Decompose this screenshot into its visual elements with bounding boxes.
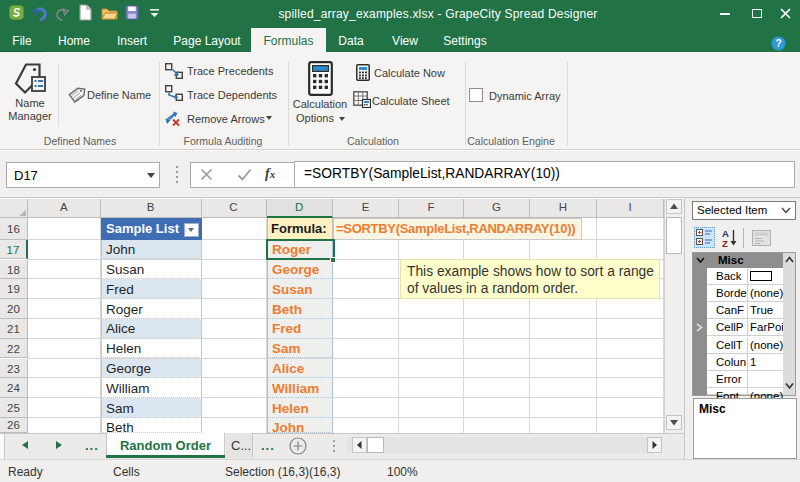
svg-text:Z: Z — [722, 238, 728, 248]
svg-text:?: ? — [775, 38, 781, 49]
